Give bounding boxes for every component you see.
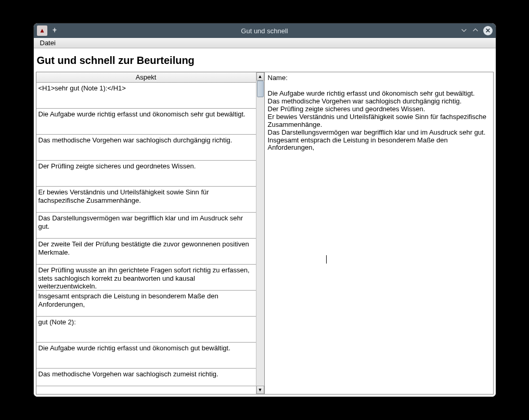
maximize-icon[interactable] xyxy=(472,27,479,35)
main-area: Aspekt <H1>sehr gut (Note 1):</H1> Die A… xyxy=(34,72,496,397)
table-row[interactable]: Das Darstellungsvermögen war begrifflich… xyxy=(36,213,256,239)
menubar: Datei xyxy=(34,38,496,48)
app-window: Gut und schnell ✕ Datei Gut und schnell … xyxy=(33,23,496,397)
close-icon[interactable]: ✕ xyxy=(483,26,493,35)
preview-line: Insgesamt entsprach die Leistung in beso… xyxy=(268,137,490,152)
preview-line: Er bewies Verständnis und Urteilsfähigke… xyxy=(268,113,490,129)
preview-line: Die Aufgabe wurde richtig erfasst und ök… xyxy=(268,90,490,98)
table-row[interactable]: Der Prüfling wusste an ihn gerichtete Fr… xyxy=(36,265,256,291)
table-row[interactable]: Er bewies Verständnis und Urteilsfähigke… xyxy=(36,187,256,213)
scroll-thumb[interactable] xyxy=(257,81,264,97)
content-area: Gut und schnell zur Beurteilung Aspekt <… xyxy=(34,48,496,397)
table-header-aspekt[interactable]: Aspekt xyxy=(36,72,256,83)
scrollbar[interactable]: ▲ ▼ xyxy=(256,72,264,394)
text-cursor-icon xyxy=(326,255,327,264)
minimize-icon[interactable] xyxy=(460,27,468,35)
table-row[interactable]: Das methodische Vorgehen war sachlogisch… xyxy=(36,135,256,161)
aspect-table: Aspekt <H1>sehr gut (Note 1):</H1> Die A… xyxy=(36,72,256,394)
table-row[interactable]: gut (Note 2): xyxy=(36,317,256,343)
table-row[interactable]: Das methodische Vorgehen war sachlogisch… xyxy=(36,369,256,386)
window-title: Gut und schnell xyxy=(241,27,288,35)
table-body: <H1>sehr gut (Note 1):</H1> Die Aufgabe … xyxy=(36,83,256,394)
titlebar[interactable]: Gut und schnell ✕ xyxy=(34,23,496,38)
table-row[interactable]: Der Prüfling zeigte sicheres und geordne… xyxy=(36,161,256,187)
table-row[interactable]: Die Aufgabe wurde richtig erfasst und ök… xyxy=(36,343,256,369)
table-row[interactable]: <H1>sehr gut (Note 1):</H1> xyxy=(36,83,256,109)
scroll-up-icon[interactable]: ▲ xyxy=(256,72,264,81)
preview-line: Das methodische Vorgehen war sachlogisch… xyxy=(268,98,490,106)
app-icon xyxy=(37,25,47,36)
menu-file[interactable]: Datei xyxy=(37,38,59,48)
pin-icon[interactable] xyxy=(51,27,58,35)
scroll-down-icon[interactable]: ▼ xyxy=(256,386,264,394)
page-title: Gut und schnell zur Beurteilung xyxy=(34,48,496,72)
preview-panel[interactable]: Name: Die Aufgabe wurde richtig erfasst … xyxy=(265,72,494,395)
preview-line: Der Prüfling zeigte sicheres und geordne… xyxy=(268,106,490,113)
preview-name-label: Name: xyxy=(268,74,490,82)
aspect-table-panel: Aspekt <H1>sehr gut (Note 1):</H1> Die A… xyxy=(36,72,265,395)
table-row[interactable]: Die Aufgabe wurde richtig erfasst und ök… xyxy=(36,109,256,135)
table-row[interactable]: Insgesamt entsprach die Leistung in beso… xyxy=(36,291,256,317)
table-row[interactable]: Der zweite Teil der Prüfung bestätigte d… xyxy=(36,239,256,265)
titlebar-controls: ✕ xyxy=(460,26,493,35)
preview-line: Das Darstellungsvermögen war begrifflich… xyxy=(268,129,490,137)
